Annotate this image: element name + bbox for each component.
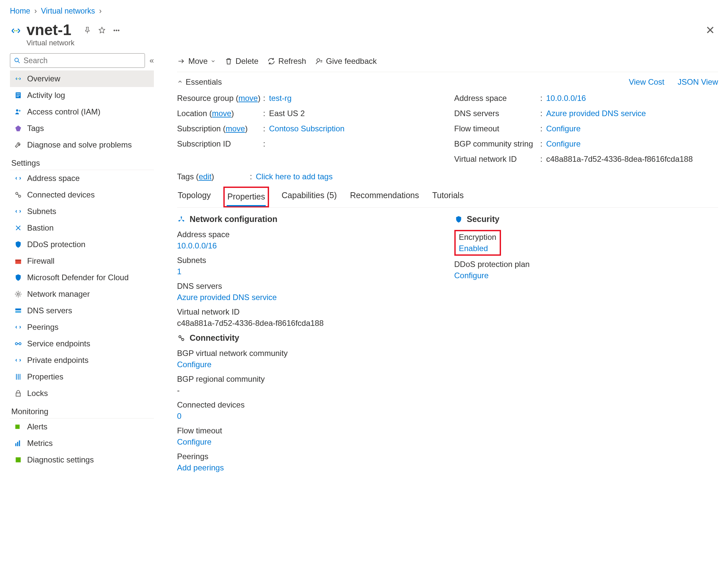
nav-diagnose[interactable]: Diagnose and solve problems xyxy=(10,137,154,153)
net-dns-label: DNS servers xyxy=(177,282,441,291)
bgp-configure-link[interactable]: Configure xyxy=(546,139,581,148)
bastion-icon xyxy=(14,224,23,232)
tags-add-link[interactable]: Click here to add tags xyxy=(256,172,333,181)
nav-activity-log[interactable]: Activity log xyxy=(10,87,154,104)
nav-locks[interactable]: Locks xyxy=(10,385,154,402)
nav-connected-devices[interactable]: Connected devices xyxy=(10,187,154,203)
sec-ddos-value[interactable]: Configure xyxy=(454,271,718,280)
tags-edit-link[interactable]: edit xyxy=(199,172,211,181)
diagnostic-icon xyxy=(14,456,23,464)
net-addr-value[interactable]: 10.0.0.0/16 xyxy=(177,241,441,250)
conn-peer-label: Peerings xyxy=(177,452,441,461)
tab-recommendations[interactable]: Recommendations xyxy=(349,187,420,207)
svg-point-4 xyxy=(118,30,119,31)
conn-peer-value[interactable]: Add peerings xyxy=(177,463,441,472)
more-icon[interactable] xyxy=(112,26,121,36)
nav-alerts[interactable]: Alerts xyxy=(10,418,154,435)
security-header: Security xyxy=(454,214,718,224)
collapse-icon[interactable]: « xyxy=(150,56,154,65)
svg-rect-17 xyxy=(15,260,21,261)
cmd-feedback[interactable]: Give feedback xyxy=(315,57,377,66)
net-dns-value[interactable]: Azure provided DNS service xyxy=(177,293,441,302)
nav-tags[interactable]: Tags xyxy=(10,120,154,137)
connectivity-header: Connectivity xyxy=(177,333,441,343)
nav-properties[interactable]: Properties xyxy=(10,369,154,385)
net-vnid-value: c48a881a-7d52-4336-8dea-f8616fcda188 xyxy=(177,319,441,328)
properties-icon xyxy=(14,372,23,381)
nav-metrics[interactable]: Metrics xyxy=(10,435,154,452)
tab-bar: Topology Properties Capabilities (5) Rec… xyxy=(177,187,718,208)
tab-properties[interactable]: Properties xyxy=(227,188,266,206)
nav-address-space[interactable]: Address space xyxy=(10,170,154,187)
svg-rect-28 xyxy=(15,443,16,446)
svg-point-5 xyxy=(15,58,19,62)
addr-value-link[interactable]: 10.0.0.0/16 xyxy=(546,94,586,103)
conn-flow-label: Flow timeout xyxy=(177,426,441,435)
nav-defender[interactable]: Microsoft Defender for Cloud xyxy=(10,269,154,286)
flow-configure-link[interactable]: Configure xyxy=(546,124,581,133)
vnet-small-icon xyxy=(14,74,23,83)
search-input[interactable] xyxy=(23,56,141,65)
chevron-down-icon xyxy=(210,57,216,66)
log-icon xyxy=(14,91,23,100)
cmd-refresh[interactable]: Refresh xyxy=(267,57,306,66)
nav-peerings[interactable]: Peerings xyxy=(10,319,154,335)
nav-section-settings: Settings xyxy=(10,154,154,170)
close-icon[interactable]: ✕ xyxy=(702,22,718,38)
nav-dns-servers[interactable]: DNS servers xyxy=(10,302,154,319)
net-config-header: Network configuration xyxy=(177,214,441,224)
conn-dev-value[interactable]: 0 xyxy=(177,412,441,421)
rg-value-link[interactable]: test-rg xyxy=(269,94,292,103)
svg-point-2 xyxy=(114,30,115,31)
loc-move-link[interactable]: move xyxy=(212,109,231,118)
nav-firewall[interactable]: Firewall xyxy=(10,253,154,269)
conn-bgpr-value: - xyxy=(177,386,441,395)
svg-rect-11 xyxy=(17,96,19,97)
svg-rect-9 xyxy=(17,94,20,94)
json-view-link[interactable]: JSON View xyxy=(678,77,718,87)
nav-section-monitoring: Monitoring xyxy=(10,403,154,418)
search-box[interactable] xyxy=(10,53,145,68)
conn-bgpr-label: BGP regional community xyxy=(177,374,441,384)
conn-dev-label: Connected devices xyxy=(177,400,441,410)
conn-bgpv-label: BGP virtual network community xyxy=(177,349,441,358)
sub-value-link[interactable]: Contoso Subscription xyxy=(269,124,344,133)
subnets-icon xyxy=(14,207,23,216)
view-cost-link[interactable]: View Cost xyxy=(629,77,664,87)
nav-bastion[interactable]: Bastion xyxy=(10,220,154,236)
tab-capabilities[interactable]: Capabilities (5) xyxy=(281,187,338,207)
conn-flow-value[interactable]: Configure xyxy=(177,437,441,447)
conn-bgpv-value[interactable]: Configure xyxy=(177,360,441,369)
svg-rect-31 xyxy=(16,457,21,462)
svg-rect-26 xyxy=(16,393,21,396)
chevron-up-icon[interactable] xyxy=(177,77,183,87)
rg-move-link[interactable]: move xyxy=(238,94,258,103)
star-icon[interactable] xyxy=(98,26,106,36)
nav-service-endpoints[interactable]: Service endpoints xyxy=(10,335,154,352)
cmd-delete[interactable]: Delete xyxy=(224,57,258,66)
nav-diagnostic-settings[interactable]: Diagnostic settings xyxy=(10,452,154,468)
svg-point-1 xyxy=(16,30,18,31)
svg-rect-30 xyxy=(19,440,20,446)
nav-iam[interactable]: Access control (IAM) xyxy=(10,104,154,120)
command-bar: Move Delete Refresh Give feedback xyxy=(177,53,718,72)
svg-point-7 xyxy=(18,78,19,79)
nav-network-manager[interactable]: Network manager xyxy=(10,286,154,302)
cmd-move[interactable]: Move xyxy=(177,57,216,66)
sub-move-link[interactable]: move xyxy=(226,124,245,133)
nav-private-endpoints[interactable]: Private endpoints xyxy=(10,352,154,369)
net-subnets-value[interactable]: 1 xyxy=(177,267,441,276)
crumb-vnets[interactable]: Virtual networks xyxy=(41,7,95,15)
nav-overview[interactable]: Overview xyxy=(10,70,154,87)
nav-ddos[interactable]: DDoS protection xyxy=(10,236,154,253)
nav-subnets[interactable]: Subnets xyxy=(10,203,154,220)
tab-tutorials[interactable]: Tutorials xyxy=(432,187,464,207)
endpoints-icon xyxy=(14,339,23,348)
sec-enc-value[interactable]: Enabled xyxy=(459,244,496,253)
pin-icon[interactable] xyxy=(83,26,92,36)
svg-rect-29 xyxy=(17,442,18,446)
net-subnets-label: Subnets xyxy=(177,256,441,265)
crumb-home[interactable]: Home xyxy=(10,7,30,15)
dns-value-link[interactable]: Azure provided DNS service xyxy=(546,109,646,118)
tab-topology[interactable]: Topology xyxy=(177,187,211,207)
